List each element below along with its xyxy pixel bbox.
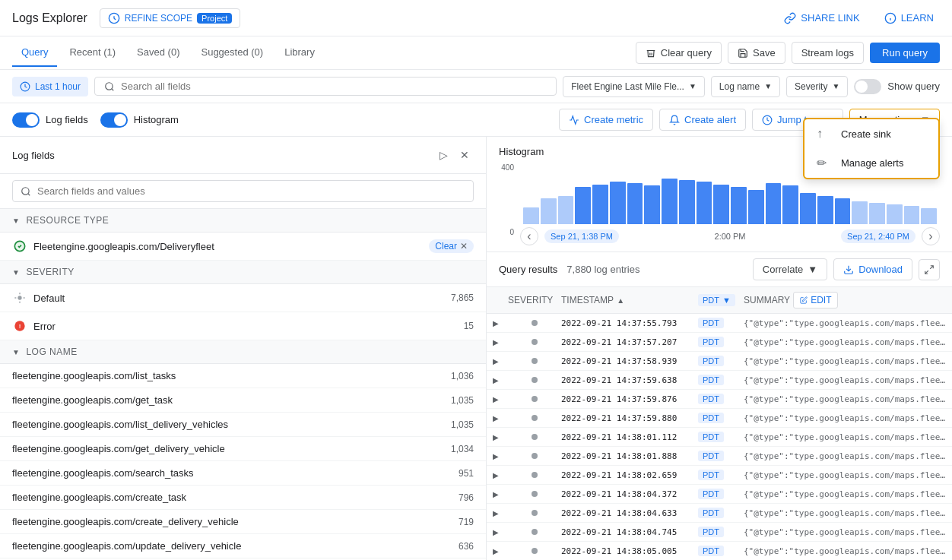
- download-button[interactable]: Download: [833, 258, 912, 280]
- time-range-button[interactable]: Last 1 hour: [12, 77, 88, 96]
- log-name-filter-button[interactable]: Log name ▼: [711, 76, 780, 97]
- row-timestamp: 2022-09-21 14:37:58.939: [561, 356, 698, 366]
- table-row[interactable]: ▶ 2022-09-21 14:37:59.880 PDT {"@type":"…: [487, 409, 952, 428]
- histogram-bar: [817, 196, 833, 225]
- row-severity: [508, 529, 561, 535]
- row-expand-icon[interactable]: ▶: [493, 528, 508, 536]
- table-row[interactable]: ▶ 2022-09-21 14:37:58.939 PDT {"@type":"…: [487, 352, 952, 371]
- row-expand-icon[interactable]: ▶: [493, 547, 508, 555]
- run-query-button[interactable]: Run query: [870, 43, 940, 63]
- create-sink-item[interactable]: ↑ Create sink: [804, 119, 938, 148]
- table-row[interactable]: ▶ 2022-09-21 14:37:59.876 PDT {"@type":"…: [487, 390, 952, 409]
- search-input[interactable]: [121, 81, 547, 92]
- share-link-button[interactable]: SHARE LINK: [778, 9, 865, 27]
- table-row[interactable]: ▶ 2022-09-21 14:38:02.659 PDT {"@type":"…: [487, 466, 952, 485]
- refine-scope-button[interactable]: REFINE SCOPE Project: [100, 8, 241, 28]
- row-expand-icon[interactable]: ▶: [493, 509, 508, 517]
- clear-query-button[interactable]: Clear query: [636, 42, 722, 64]
- tab-bar-right: Clear query Save Stream logs Run query: [636, 42, 940, 64]
- clear-resource-x[interactable]: ✕: [460, 241, 468, 252]
- severity-default-item[interactable]: Default 7,865: [0, 284, 486, 312]
- histogram-switch[interactable]: [100, 112, 128, 128]
- row-expand-icon[interactable]: ▶: [493, 490, 508, 498]
- stream-logs-button[interactable]: Stream logs: [792, 42, 864, 64]
- svg-point-9: [17, 296, 21, 299]
- log-name-item[interactable]: fleetengine.googleapis.com/update_delive…: [0, 534, 486, 558]
- log-name-item[interactable]: fleetengine.googleapis.com/create_task 7…: [0, 486, 486, 510]
- correlate-button[interactable]: Correlate ▼: [753, 258, 827, 280]
- table-row[interactable]: ▶ 2022-09-21 14:38:04.633 PDT {"@type":"…: [487, 504, 952, 523]
- table-row[interactable]: ▶ 2022-09-21 14:38:01.112 PDT {"@type":"…: [487, 428, 952, 447]
- show-query-switch[interactable]: [854, 79, 881, 94]
- severity-section-header[interactable]: ▼ SEVERITY: [0, 261, 486, 284]
- tab-query[interactable]: Query: [12, 39, 57, 67]
- fields-search-input[interactable]: [37, 185, 465, 197]
- col-severity-header: SEVERITY: [508, 295, 561, 305]
- table-row[interactable]: ▶ 2022-09-21 14:37:55.793 PDT {"@type":"…: [487, 314, 952, 333]
- row-expand-icon[interactable]: ▶: [493, 319, 508, 327]
- expand-panel-button[interactable]: ▷: [434, 146, 452, 164]
- severity-filter-button[interactable]: Severity ▼: [786, 76, 848, 97]
- row-expand-icon[interactable]: ▶: [493, 433, 508, 441]
- histogram-bar: [921, 208, 937, 224]
- learn-button[interactable]: LEARN: [878, 9, 940, 27]
- search-row: Last 1 hour Fleet Engine Last Mile Fle..…: [0, 70, 952, 103]
- tab-suggested[interactable]: Suggested (0): [192, 39, 272, 67]
- log-name-item[interactable]: fleetengine.googleapis.com/get_delivery_…: [0, 437, 486, 461]
- pdt-dropdown[interactable]: PDT ▼: [698, 294, 735, 306]
- log-name-item[interactable]: fleetengine.googleapis.com/create_delive…: [0, 510, 486, 534]
- row-expand-icon[interactable]: ▶: [493, 338, 508, 346]
- severity-dot: [532, 320, 538, 326]
- log-name-item[interactable]: fleetengine.googleapis.com/list_delivery…: [0, 413, 486, 437]
- row-summary: {"@type":"type.googleapis.com/maps.fleet…: [744, 451, 946, 461]
- histogram-toggle: Histogram: [100, 112, 179, 128]
- severity-dot: [532, 491, 538, 497]
- resource-type-item[interactable]: Fleetengine.googleapis.com/Deliveryfleet…: [0, 233, 486, 261]
- svg-point-6: [22, 187, 29, 194]
- manage-alerts-item[interactable]: ✏ Manage alerts: [804, 148, 938, 178]
- create-alert-button[interactable]: Create alert: [659, 109, 746, 131]
- severity-error-item[interactable]: ! Error 15: [0, 312, 486, 340]
- table-row[interactable]: ▶ 2022-09-21 14:38:04.745 PDT {"@type":"…: [487, 523, 952, 542]
- log-name-item[interactable]: fleetengine.googleapis.com/list_tasks 1,…: [0, 364, 486, 388]
- log-fields-switch[interactable]: [12, 112, 40, 128]
- error-severity-icon: !: [12, 318, 27, 334]
- histogram-bar: [800, 193, 816, 224]
- col-timestamp-header[interactable]: TIMESTAMP ▲: [561, 295, 698, 305]
- table-row[interactable]: ▶ 2022-09-21 14:38:04.372 PDT {"@type":"…: [487, 485, 952, 504]
- table-row[interactable]: ▶ 2022-09-21 14:37:59.638 PDT {"@type":"…: [487, 371, 952, 390]
- row-expand-icon[interactable]: ▶: [493, 452, 508, 460]
- row-expand-icon[interactable]: ▶: [493, 376, 508, 384]
- tab-bar: Query Recent (1) Saved (0) Suggested (0)…: [0, 36, 952, 70]
- histogram-next-button[interactable]: ›: [922, 227, 940, 245]
- expand-icon: [924, 264, 935, 275]
- save-button[interactable]: Save: [728, 42, 785, 64]
- table-row[interactable]: ▶ 2022-09-21 14:38:01.888 PDT {"@type":"…: [487, 447, 952, 466]
- row-pdt: PDT: [698, 451, 744, 461]
- table-row[interactable]: ▶ 2022-09-21 14:37:57.207 PDT {"@type":"…: [487, 333, 952, 352]
- histogram-nav: ‹ Sep 21, 1:38 PM 2:00 PM Sep 21, 2:40 P…: [520, 224, 940, 252]
- row-summary: {"@type":"type.googleapis.com/maps.fleet…: [744, 356, 946, 366]
- table-row[interactable]: ▶ 2022-09-21 14:38:05.005 PDT {"@type":"…: [487, 542, 952, 560]
- expand-table-button[interactable]: [919, 259, 940, 280]
- fleet-engine-filter-button[interactable]: Fleet Engine Last Mile Fle... ▼: [563, 76, 705, 97]
- row-expand-icon[interactable]: ▶: [493, 471, 508, 479]
- log-name-item[interactable]: fleetengine.googleapis.com/get_task 1,03…: [0, 388, 486, 413]
- log-name-item[interactable]: fleetengine.googleapis.com/search_tasks …: [0, 461, 486, 486]
- row-expand-icon[interactable]: ▶: [493, 357, 508, 365]
- create-metric-button[interactable]: Create metric: [559, 109, 653, 131]
- log-name-section-header[interactable]: ▼ LOG NAME: [0, 340, 486, 364]
- clear-resource-badge[interactable]: Clear ✕: [429, 239, 474, 253]
- resource-type-section-header[interactable]: ▼ RESOURCE TYPE: [0, 209, 486, 233]
- collapse-panel-button[interactable]: ✕: [455, 146, 474, 164]
- edit-columns-button[interactable]: EDIT: [793, 292, 838, 308]
- row-expand-icon[interactable]: ▶: [493, 414, 508, 422]
- tab-recent[interactable]: Recent (1): [60, 39, 125, 67]
- metric-icon: [569, 115, 579, 125]
- tab-library[interactable]: Library: [275, 39, 324, 67]
- row-pdt: PDT: [698, 432, 744, 442]
- tab-saved[interactable]: Saved (0): [128, 39, 189, 67]
- row-expand-icon[interactable]: ▶: [493, 395, 508, 403]
- col-pdt-header[interactable]: PDT ▼: [698, 294, 744, 306]
- histogram-prev-button[interactable]: ‹: [520, 227, 538, 245]
